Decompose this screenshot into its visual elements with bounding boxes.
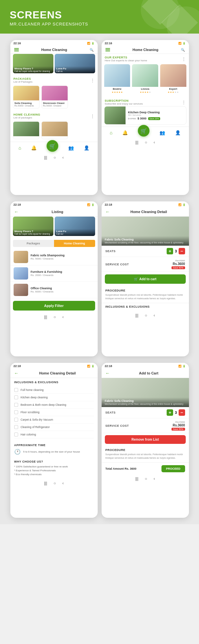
- expert-card-3[interactable]: Expert ★ ★ ★ ★ ★: [160, 64, 186, 95]
- detail-hero: Fabric Sofa Cleaning Mechanised scrubbin…: [102, 217, 189, 246]
- check-item-3[interactable]: Bedroom & Both room deep Cleaning: [14, 401, 94, 409]
- android-back-btn-5[interactable]: ‹: [62, 481, 64, 486]
- android-menu-btn-4[interactable]: |||: [135, 313, 138, 318]
- android-home-btn[interactable]: ○: [54, 155, 56, 160]
- sub-more[interactable]: ⋮: [182, 100, 186, 105]
- android-back-btn-6[interactable]: ‹: [154, 476, 155, 481]
- nav-group[interactable]: 👥: [68, 145, 74, 150]
- apply-filter-button[interactable]: Apply Filter: [13, 301, 95, 311]
- nav-cart-fab[interactable]: 🛒: [47, 144, 58, 152]
- back-arrow-3[interactable]: ←: [14, 209, 19, 214]
- screen-1-phone: 22:16 📶 🔋 Home Cleaning 🔍: [10, 40, 98, 195]
- tab-packages[interactable]: Packages: [13, 240, 54, 247]
- banner-label-2: Luna Fu Call ou: [55, 66, 95, 73]
- checkbox-3[interactable]: [14, 403, 18, 407]
- pkg-card-1[interactable]: Sofa Cleaning Rs.5000/- Onwards: [13, 86, 39, 108]
- service-item-3[interactable]: Office Cleaning Rs. 6000 / Onwards: [10, 282, 98, 298]
- search-icon[interactable]: 🔍: [90, 48, 94, 52]
- bottom-nav-1: ⌂ 🔔 🛒 👥 👤: [10, 142, 98, 154]
- checkbox-7[interactable]: [14, 433, 18, 436]
- checkbox-4[interactable]: [14, 410, 18, 414]
- listing-banner-2[interactable]: Luna Fu Call our: [55, 217, 95, 236]
- android-home-btn-3[interactable]: ○: [54, 315, 56, 319]
- check-item-2[interactable]: Kitchen deep cleaning: [14, 394, 94, 401]
- home-pkg-2[interactable]: [41, 121, 68, 139]
- pkg-img-2: [42, 86, 68, 100]
- check-item-6[interactable]: Cleaning of Refrigerator: [14, 424, 94, 431]
- android-home-btn-6[interactable]: ○: [145, 476, 147, 481]
- android-menu-btn-2[interactable]: |||: [135, 140, 138, 145]
- android-home-btn-2[interactable]: ○: [145, 140, 147, 145]
- header-subtitle: MR.CLEANER APP SCREENSHOTS: [10, 22, 189, 26]
- home-cleaning-header: HOME CLEANING List of packages ⋮: [10, 111, 98, 120]
- nav-icons-1: 🔍: [90, 48, 94, 52]
- nav-bell[interactable]: 🔔: [31, 145, 37, 150]
- inclusions-section: INCLUSIONS & EXCLUSIONS Full home cleani…: [10, 378, 98, 441]
- service-item-2[interactable]: Furniture & Furnishing Rs. 2000 / Onward…: [10, 265, 98, 282]
- android-home-btn-4[interactable]: ○: [145, 313, 147, 318]
- check-item-4[interactable]: Floor scrubbing: [14, 409, 94, 416]
- banner-card-1[interactable]: Messy Floors ? Call our super sofa-squad…: [13, 54, 53, 73]
- android-back-btn-2[interactable]: ‹: [154, 140, 155, 145]
- search-icon-2[interactable]: 🔍: [181, 48, 185, 52]
- nav-home[interactable]: ⌂: [18, 145, 21, 150]
- tab-home-cleaning[interactable]: Home Cleaning: [54, 240, 95, 247]
- check-item-1[interactable]: Full home cleaning: [14, 386, 94, 394]
- approx-section: APPROXIMATE TIME 🕐 5 to 6 hours, dependi…: [10, 441, 98, 457]
- checkbox-5[interactable]: [14, 418, 18, 422]
- android-menu-btn-5[interactable]: |||: [44, 481, 47, 486]
- hamburger-menu-2[interactable]: [105, 48, 110, 51]
- home-pkg-img-2: [42, 122, 68, 136]
- check-item-7[interactable]: Hair coloring: [14, 431, 94, 438]
- pkg-card-2[interactable]: Storeroom Cleani Rs.5000/- Onward: [41, 86, 68, 108]
- cart-seats-minus[interactable]: −: [179, 409, 185, 416]
- android-back-btn-3[interactable]: ‹: [62, 315, 64, 319]
- status-bar-4: 22:18 📶 🔋: [102, 201, 189, 207]
- home-cleaning-more[interactable]: ⋮: [91, 114, 94, 118]
- checkbox-6[interactable]: [14, 425, 18, 429]
- checkbox-1[interactable]: [14, 388, 18, 392]
- expert-img-1: [104, 64, 130, 87]
- nav-group-2[interactable]: 👥: [160, 130, 165, 135]
- home-pkg-1[interactable]: [13, 121, 39, 139]
- remove-from-list-button[interactable]: Remove from List: [105, 435, 186, 444]
- packages-scroll: Sofa Cleaning Rs.5000/- Onwards Storeroo…: [10, 84, 98, 111]
- android-menu-btn[interactable]: |||: [44, 155, 47, 160]
- android-nav-2: ||| ○ ‹: [102, 138, 189, 146]
- seats-minus-btn[interactable]: −: [179, 248, 185, 254]
- cart-fab-2[interactable]: 🛒: [138, 125, 149, 137]
- cart-seats-plus[interactable]: +: [167, 409, 173, 416]
- nav-cart-2[interactable]: 🛒: [138, 129, 149, 137]
- experts-more[interactable]: ⋮: [182, 57, 186, 61]
- android-menu-btn-6[interactable]: |||: [135, 476, 138, 481]
- android-menu-btn-3[interactable]: |||: [44, 315, 47, 319]
- nav-home-2[interactable]: ⌂: [110, 130, 112, 135]
- android-back-btn-4[interactable]: ‹: [154, 313, 155, 318]
- subscription-card[interactable]: Kitchen Deep Cleaning 30+ Services $ 376…: [104, 106, 186, 125]
- back-arrow-5[interactable]: ←: [14, 371, 19, 376]
- android-back-btn[interactable]: ‹: [62, 155, 64, 160]
- proceed-button[interactable]: PROCEED: [161, 465, 185, 472]
- service-item-1[interactable]: Fabric sofa Shampooing Rs. 5000 / Onward…: [10, 249, 98, 265]
- seats-plus-btn[interactable]: +: [167, 248, 173, 254]
- nav-profile-2[interactable]: 👤: [175, 130, 181, 135]
- listing-banner-1[interactable]: Messy Floors ? Call our super sofa-squad…: [13, 217, 53, 236]
- nav-profile[interactable]: 👤: [84, 145, 89, 150]
- android-home-btn-5[interactable]: ○: [54, 481, 56, 486]
- detail-nav: ← Home Cleaning Detail: [102, 207, 189, 217]
- nav-bell-2[interactable]: 🔔: [122, 130, 128, 135]
- packages-more[interactable]: ⋮: [91, 78, 94, 83]
- expert-card-2[interactable]: Linnea ★ ★ ★ ★ ★: [132, 64, 158, 95]
- android-nav-5: ||| ○ ‹: [10, 479, 98, 487]
- subscription-header: SUBSCRIPTION Subscribe and enjoy our ser…: [102, 97, 189, 106]
- hamburger-menu[interactable]: [14, 48, 19, 51]
- add-to-cart-button[interactable]: 🛒 Add to cart: [105, 274, 186, 284]
- cart-seats-row: SEATS + 3 −: [102, 407, 189, 418]
- cart-fab-1[interactable]: 🛒: [47, 140, 58, 152]
- back-arrow-6[interactable]: ←: [105, 371, 110, 376]
- check-item-5[interactable]: Carpet & Sofa dry Vacuum: [14, 416, 94, 424]
- banner-card-2[interactable]: Luna Fu Call ou: [55, 54, 95, 73]
- back-arrow-4[interactable]: ←: [105, 209, 110, 214]
- checkbox-2[interactable]: [14, 395, 18, 399]
- expert-card-1[interactable]: Beatriz ★ ★ ★ ★ ★: [104, 64, 130, 95]
